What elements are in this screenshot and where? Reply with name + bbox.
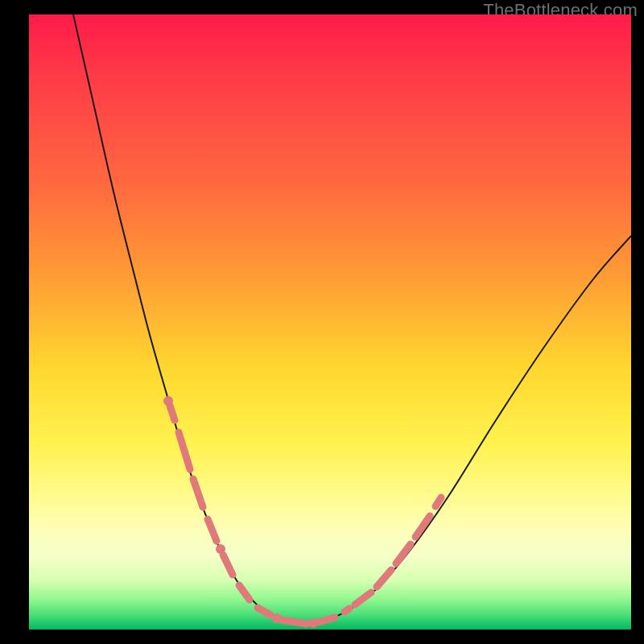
marker-dash bbox=[258, 608, 270, 615]
marker-dash bbox=[355, 592, 371, 605]
marker-dot bbox=[308, 618, 318, 628]
marker-dash bbox=[281, 620, 307, 624]
plot-area bbox=[29, 14, 631, 630]
marker-dash bbox=[318, 617, 335, 622]
marker-dash bbox=[223, 555, 233, 575]
bottleneck-curve bbox=[73, 14, 631, 624]
marker-dash bbox=[208, 519, 217, 541]
marker-dash bbox=[345, 609, 349, 612]
marker-dash bbox=[239, 585, 250, 600]
marker-dot bbox=[163, 396, 173, 406]
marker-dash bbox=[170, 406, 175, 420]
marker-dash bbox=[377, 570, 391, 587]
curve-overlay bbox=[29, 14, 631, 630]
marker-dash bbox=[179, 432, 190, 469]
marker-dash bbox=[436, 497, 441, 506]
marker-dashes bbox=[170, 406, 441, 624]
marker-dot bbox=[216, 544, 225, 554]
marker-dash bbox=[396, 544, 411, 564]
marker-dot bbox=[272, 613, 282, 623]
marker-dash bbox=[193, 479, 203, 507]
chart-stage: TheBottleneck.com bbox=[0, 0, 644, 644]
